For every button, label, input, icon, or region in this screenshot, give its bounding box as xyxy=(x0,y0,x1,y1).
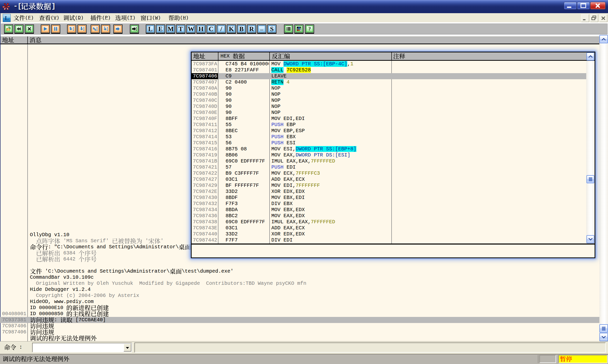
svg-text:?: ? xyxy=(308,26,311,32)
